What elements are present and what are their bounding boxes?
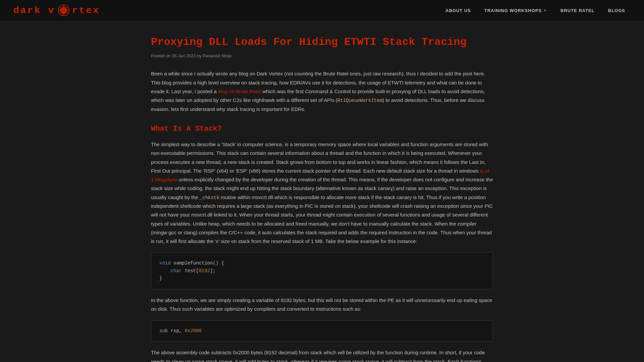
logo-text-left: dark v <box>13 3 55 18</box>
nav-about[interactable]: ABOUT US <box>440 5 476 17</box>
site-logo[interactable]: dark v rtex <box>13 3 100 18</box>
post-body: Been a while since I actually wrote any … <box>151 69 493 362</box>
post-meta: Posted on 26 Jan 2023 by Paranoid Ninja <box>151 53 493 60</box>
section1-p2: In the above function, we are simply cre… <box>151 296 493 314</box>
navbar: dark v rtex ABOUT US TRAINING WORKSHOPS … <box>0 0 644 22</box>
chevron-down-icon: ▼ <box>543 8 547 13</box>
rtlqueueworkitem-link[interactable]: RtlQueueWorkItem <box>337 97 382 103</box>
code-line-2: char test[8192]; <box>159 267 485 275</box>
page-wrapper: Proxying DLL Loads For Hiding ETWTI Stac… <box>138 22 506 362</box>
logo-icon <box>57 4 70 17</box>
logo-text-right: rtex <box>72 3 100 18</box>
code-block-2: sub rsp, 0x2000 <box>151 320 493 342</box>
code-line-1: void samplefunction() { <box>159 259 485 267</box>
section1-p3: The above assembly code subtracts 0x2000… <box>151 348 493 362</box>
nav-training[interactable]: TRAINING WORKSHOPS ▼ <box>479 5 552 17</box>
post-title: Proxying DLL Loads For Hiding ETWTI Stac… <box>151 35 493 49</box>
brute-ratel-blog-link[interactable]: blog on Brute Ratel <box>218 88 261 94</box>
code-line-asm: sub rsp, 0x2000 <box>159 327 485 335</box>
section1-p1: The simplest way to describe a 'Stack' i… <box>151 140 493 246</box>
code-line-3: } <box>159 275 485 282</box>
chkstk-inline: _chkstk <box>200 195 219 200</box>
section1-heading: What Is A Stack? <box>151 123 493 135</box>
nav-brute[interactable]: BRUTE RATEL <box>555 5 600 17</box>
intro-paragraph: Been a while since I actually wrote any … <box>151 69 493 114</box>
nav-links: ABOUT US TRAINING WORKSHOPS ▼ BRUTE RATE… <box>440 5 631 17</box>
nav-blogs[interactable]: BLOGS <box>603 5 631 17</box>
code-block-1: void samplefunction() { char test[8192];… <box>151 252 493 289</box>
